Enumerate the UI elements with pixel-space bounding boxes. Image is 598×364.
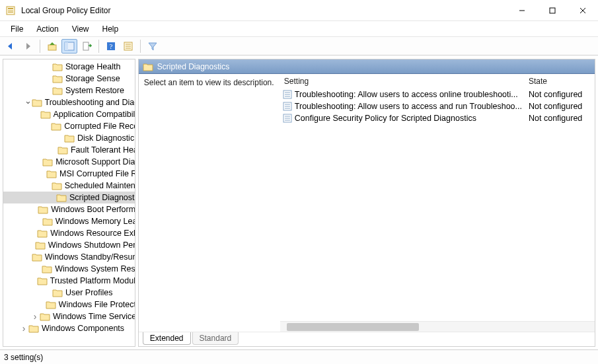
svg-rect-10 [65, 42, 68, 50]
setting-state: Not configured [529, 102, 595, 111]
tab-strip: Extended Standard [139, 332, 595, 346]
svg-rect-1 [8, 8, 13, 9]
folder-icon [52, 86, 63, 95]
tree-item[interactable]: Scripted Diagnostics [3, 192, 135, 203]
tree-item[interactable]: Scheduled Maintenance [3, 180, 135, 192]
tree-item[interactable]: Storage Health [3, 61, 135, 73]
folder-icon [42, 157, 53, 166]
folder-icon [57, 145, 68, 155]
tree-item-label: Storage Health [65, 61, 120, 73]
setting-state: Not configured [529, 114, 595, 123]
tree-item-label: User Profiles [65, 287, 113, 299]
tree-item[interactable]: ›Windows Components [3, 322, 135, 334]
status-bar: 3 setting(s) [0, 349, 598, 364]
policy-setting-icon [283, 102, 292, 111]
tree-item[interactable]: Windows Shutdown Performance Diagnostics [3, 239, 135, 251]
folder-icon [143, 62, 153, 71]
column-state[interactable]: State [529, 77, 595, 86]
svg-text:?: ? [110, 42, 113, 50]
folder-icon [40, 110, 51, 119]
scrollbar-thumb[interactable] [287, 323, 419, 331]
tree-pane[interactable]: Storage HealthStorage SenseSystem Restor… [3, 59, 135, 347]
tree-item-label: Windows File Protection [59, 299, 135, 310]
tree-item[interactable]: Windows Standby/Resume Performance Diagn… [3, 251, 135, 263]
menu-action[interactable]: Action [30, 21, 65, 37]
list-header[interactable]: Setting State [280, 74, 595, 89]
policy-setting-icon [283, 114, 292, 123]
chevron-down-icon[interactable]: ⌄ [24, 95, 32, 107]
tree-item[interactable]: MSI Corrupted File Recovery [3, 168, 135, 180]
properties-button[interactable] [120, 39, 136, 54]
folder-icon [46, 300, 56, 309]
tree-item[interactable]: ⌄Troubleshooting and Diagnostics [3, 96, 135, 108]
tree-item[interactable]: Windows System Responsiveness [3, 263, 135, 275]
list-item[interactable]: Troubleshooting: Allow users to access a… [280, 100, 595, 112]
tree-item-label: Scripted Diagnostics [69, 192, 135, 203]
tree-item-label: Windows Shutdown Performance Diagnostics [48, 239, 135, 251]
setting-name: Configure Security Policy for Scripted D… [295, 114, 529, 123]
folder-icon [40, 312, 50, 321]
tree-item-label: Troubleshooting and Diagnostics [45, 96, 135, 108]
tree-item[interactable]: Fault Tolerant Heap [3, 144, 135, 156]
tree-item-label: Scheduled Maintenance [65, 180, 135, 192]
tree-item[interactable]: Windows Boot Performance Diagnostics [3, 203, 135, 215]
tree-item-label: Windows Components [42, 322, 124, 334]
tree-item-label: Fault Tolerant Heap [71, 144, 135, 156]
menu-view[interactable]: View [65, 21, 96, 37]
tree-item[interactable]: User Profiles [3, 287, 135, 299]
folder-icon [52, 181, 62, 190]
tree-item-label: Windows Memory Leak Diagnosis [56, 215, 135, 227]
tree-item[interactable]: Application Compatibility Diagnostics [3, 108, 135, 120]
minimize-button[interactable] [507, 0, 537, 21]
menu-help[interactable]: Help [96, 21, 126, 37]
maximize-button[interactable] [537, 0, 568, 21]
tree-item[interactable]: Windows Memory Leak Diagnosis [3, 215, 135, 227]
column-setting[interactable]: Setting [280, 77, 529, 86]
help-button[interactable]: ? [103, 39, 119, 54]
close-button[interactable] [568, 0, 598, 21]
folder-icon [46, 169, 57, 178]
menu-file[interactable]: File [4, 21, 30, 37]
folder-icon [52, 288, 63, 297]
tree-item-label: System Restore [65, 85, 124, 96]
svg-rect-5 [550, 8, 555, 13]
tree-item-label: Windows System Responsiveness [55, 263, 135, 275]
list-item[interactable]: Configure Security Policy for Scripted D… [280, 112, 595, 124]
forward-button[interactable] [20, 39, 36, 54]
tree-item-label: Disk Diagnostic [77, 132, 134, 144]
filter-button[interactable] [145, 39, 161, 54]
tree-item[interactable]: ›Windows Time Service [3, 310, 135, 322]
show-tree-button[interactable] [61, 39, 77, 54]
status-text: 3 setting(s) [4, 353, 43, 362]
svg-rect-11 [83, 42, 89, 50]
folder-icon [38, 205, 48, 214]
tree-item[interactable]: Windows File Protection [3, 299, 135, 310]
titlebar: Local Group Policy Editor [0, 0, 598, 21]
horizontal-scrollbar[interactable] [280, 321, 595, 332]
folder-icon [37, 229, 48, 238]
export-button[interactable] [79, 39, 94, 54]
tree-item-label: Microsoft Support Diagnostic Tool [56, 156, 135, 168]
up-button[interactable] [44, 39, 60, 54]
chevron-right-icon[interactable]: › [19, 322, 28, 334]
setting-name: Troubleshooting: Allow users to access o… [295, 90, 529, 99]
back-button[interactable] [3, 39, 19, 54]
tree-item[interactable]: Microsoft Support Diagnostic Tool [3, 156, 135, 168]
tree-item[interactable]: Corrupted File Recovery [3, 120, 135, 132]
chevron-right-icon[interactable]: › [30, 310, 40, 322]
tab-standard[interactable]: Standard [192, 332, 239, 345]
tree-item-label: Application Compatibility Diagnostics [54, 108, 135, 120]
details-header: Scripted Diagnostics [139, 59, 595, 74]
tree-item[interactable]: Disk Diagnostic [3, 132, 135, 144]
tree-item[interactable]: Storage Sense [3, 73, 135, 85]
list-item[interactable]: Troubleshooting: Allow users to access o… [280, 89, 595, 100]
toolbar: ? [0, 37, 598, 55]
tree-item[interactable]: Windows Resource Exhaustion Detection [3, 227, 135, 239]
folder-icon [51, 122, 61, 131]
tree-item[interactable]: Trusted Platform Module Services [3, 275, 135, 287]
details-pane: Scripted Diagnostics Select an item to v… [138, 59, 595, 347]
tree-item[interactable]: System Restore [3, 85, 135, 96]
folder-icon [42, 217, 53, 226]
menubar: File Action View Help [0, 21, 598, 37]
tab-extended[interactable]: Extended [143, 332, 191, 345]
